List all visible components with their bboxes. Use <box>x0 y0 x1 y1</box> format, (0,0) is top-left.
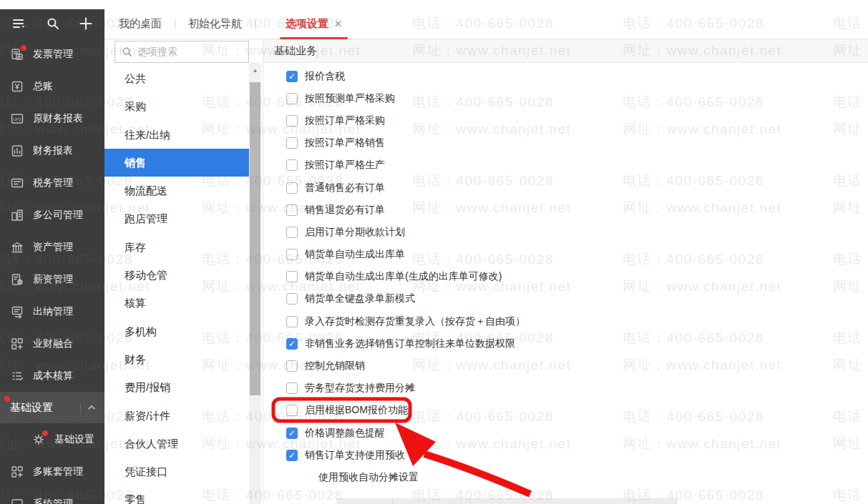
tab-separator <box>175 19 175 29</box>
tab-label: 初始化导航 <box>188 17 242 31</box>
option-checkbox[interactable] <box>286 93 298 104</box>
sidebar-item-label: 原财务报表 <box>33 112 83 125</box>
sidebar-item[interactable]: 多账套管理 <box>0 455 104 488</box>
option-row: ✓价格调整颜色提醒 <box>263 422 868 444</box>
option-checkbox[interactable] <box>286 316 298 327</box>
option-row: 劳务型存货支持费用分摊 <box>263 377 868 400</box>
option-row: 销售退货必有订单 <box>263 199 868 221</box>
option-row: 使用预收自动分摊设置 <box>263 466 868 488</box>
tab-label: 我的桌面 <box>119 17 162 31</box>
search-icon[interactable] <box>46 16 60 31</box>
category-item[interactable]: 凭证接口 <box>104 458 249 485</box>
sidebar-item[interactable]: 多公司管理 <box>0 199 104 231</box>
option-label: 录入存货时检测存货重复录入（按存货＋自由项） <box>305 315 525 328</box>
tab[interactable]: 初始化导航 <box>184 9 246 39</box>
sidebar-item[interactable]: 资产管理 <box>0 231 104 263</box>
option-checkbox[interactable]: ✓ <box>286 338 298 350</box>
plus-icon[interactable] <box>79 16 93 31</box>
sidebar-item[interactable]: 成本核算 <box>0 360 104 392</box>
sidebar-item[interactable]: 系统管理 <box>0 488 104 504</box>
scrollbar-thumb[interactable] <box>250 82 260 395</box>
category-item[interactable]: 物流配送 <box>104 177 249 204</box>
category-item[interactable]: 往来/出纳 <box>104 121 249 149</box>
sidebar-item[interactable]: 发票管理 <box>0 38 104 70</box>
options-category-panel: 选项搜索 公共采购往来/出纳销售物流配送跑店管理库存移动仓管核算多机构财务费用/… <box>104 39 263 504</box>
options-search-input[interactable]: 选项搜索 <box>114 41 249 63</box>
category-item[interactable]: 公共 <box>104 64 249 92</box>
option-checkbox[interactable]: ✓ <box>286 71 298 82</box>
tab-bar: 我的桌面初始化导航选项设置✕ <box>104 9 868 39</box>
option-label: 按照订单严格生产 <box>305 159 385 172</box>
option-label: 按照订单严格采购 <box>305 114 385 127</box>
notification-dot <box>4 396 10 402</box>
option-row: 销货单全键盘录单新模式 <box>263 288 868 310</box>
option-checkbox[interactable]: ✓ <box>286 450 298 461</box>
category-item[interactable]: 多机构 <box>104 317 249 345</box>
option-row: 按照订单严格销售 <box>263 132 868 154</box>
sidebar-item-label: 资产管理 <box>33 241 73 254</box>
tab[interactable]: 我的桌面 <box>114 9 166 39</box>
option-checkbox[interactable] <box>286 115 298 127</box>
option-checkbox[interactable] <box>286 204 298 216</box>
category-item[interactable]: 跑店管理 <box>104 204 249 232</box>
option-label: 销货单自动生成出库单(生成的出库单可修改) <box>305 270 502 283</box>
option-row: 启用根据BOM报价功能 <box>263 400 868 422</box>
sidebar-item[interactable]: 税务管理 <box>0 167 104 199</box>
category-item[interactable]: 核算 <box>104 289 249 317</box>
sidebar-item[interactable]: 薪资管理 <box>0 263 104 295</box>
category-item[interactable]: 移动仓管 <box>104 261 249 289</box>
option-checkbox[interactable] <box>286 227 298 238</box>
option-checkbox[interactable]: ✓ <box>286 428 298 439</box>
category-item[interactable]: 费用/报销 <box>104 373 249 401</box>
close-icon[interactable]: ✕ <box>334 19 342 29</box>
option-checkbox[interactable] <box>286 182 298 194</box>
option-checkbox[interactable] <box>286 382 298 394</box>
scroll-up-button[interactable]: ▲ <box>249 63 261 77</box>
category-item[interactable]: 合伙人管理 <box>104 430 249 458</box>
sidebar: 发票管理总账UFO原财务报表财务报表税务管理多公司管理资产管理薪资管理出纳管理业… <box>0 9 104 504</box>
option-checkbox[interactable] <box>286 137 298 149</box>
option-label: 销货单自动生成出库单 <box>305 248 405 261</box>
category-item[interactable]: 财务 <box>104 345 249 373</box>
sidebar-item-label: 业财融合 <box>33 337 73 350</box>
sidebar-item-label: 发票管理 <box>33 48 73 61</box>
options-scrollbar[interactable]: ▲ <box>249 63 261 504</box>
option-checkbox[interactable] <box>286 271 298 282</box>
option-checkbox[interactable] <box>286 360 298 372</box>
option-checkbox[interactable] <box>286 293 298 305</box>
category-list: 公共采购往来/出纳销售物流配送跑店管理库存移动仓管核算多机构财务费用/报销薪资/… <box>104 64 249 504</box>
cost-icon <box>10 369 24 383</box>
category-item[interactable]: 库存 <box>104 233 249 261</box>
section-collapse-control[interactable] <box>80 402 96 413</box>
category-item[interactable]: 零售 <box>104 485 249 504</box>
tab-separator <box>255 19 255 29</box>
option-checkbox[interactable] <box>286 159 298 171</box>
sidebar-toolbar <box>0 9 104 38</box>
sidebar-item[interactable]: 基础设置 <box>0 423 104 455</box>
notification-dot <box>21 45 26 51</box>
menu-icon[interactable] <box>11 16 27 31</box>
category-item[interactable]: 采购 <box>104 92 249 120</box>
sidebar-item-label: 基础设置 <box>54 433 94 446</box>
sidebar-item[interactable]: 出纳管理 <box>0 295 104 327</box>
option-label: 销售订单支持使用预收 <box>305 449 405 462</box>
sidebar-item[interactable]: UFO原财务报表 <box>0 102 104 134</box>
option-row: 按照预测单严格采购 <box>263 87 868 109</box>
option-label: 非销售业务选择销售订单控制往来单位数据权限 <box>305 337 515 350</box>
category-item[interactable]: 销售 <box>104 149 249 177</box>
sidebar-item[interactable]: 财务报表 <box>0 134 104 167</box>
option-checkbox[interactable] <box>286 249 298 260</box>
option-checkbox[interactable] <box>286 405 298 416</box>
sidebar-item-label: 总账 <box>33 80 53 93</box>
tax-icon <box>10 176 24 190</box>
tab-active[interactable]: 选项设置✕ <box>280 9 348 39</box>
option-label: 使用预收自动分摊设置 <box>318 471 419 484</box>
option-row: ✓报价含税 <box>263 65 868 87</box>
option-row: 启用订单分期收款计划 <box>263 221 868 243</box>
sidebar-section-basic-settings[interactable]: 基础设置 <box>0 392 104 423</box>
settings-content: 基础业务 ✓报价含税按照预测单严格采购按照订单严格采购按照订单严格销售按照订单严… <box>263 39 868 504</box>
sidebar-item[interactable]: 总账 <box>0 70 104 102</box>
sidebar-item[interactable]: 业财融合 <box>0 327 104 360</box>
category-item[interactable]: 薪资/计件 <box>104 402 249 430</box>
option-row: 控制允销限销 <box>263 355 868 377</box>
